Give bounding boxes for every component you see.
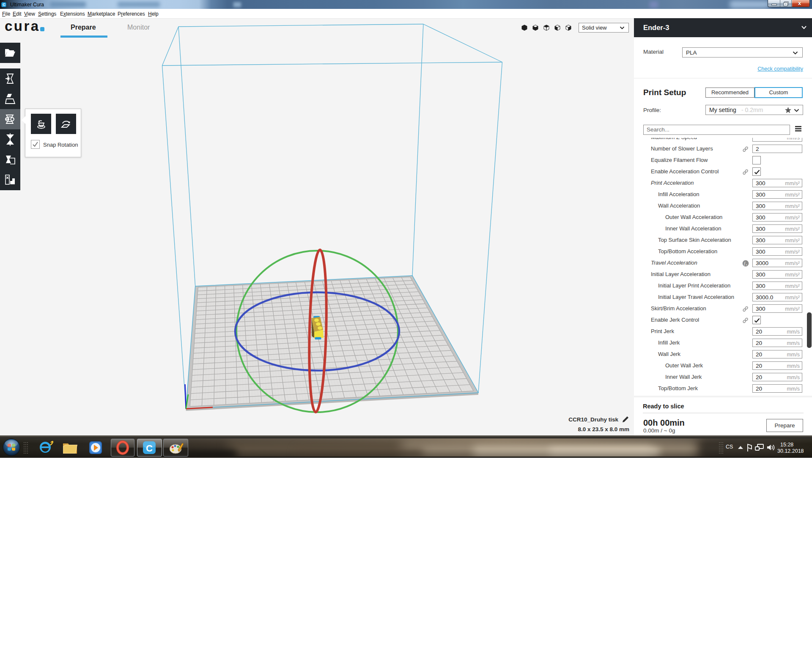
svg-text:C: C (146, 443, 153, 454)
